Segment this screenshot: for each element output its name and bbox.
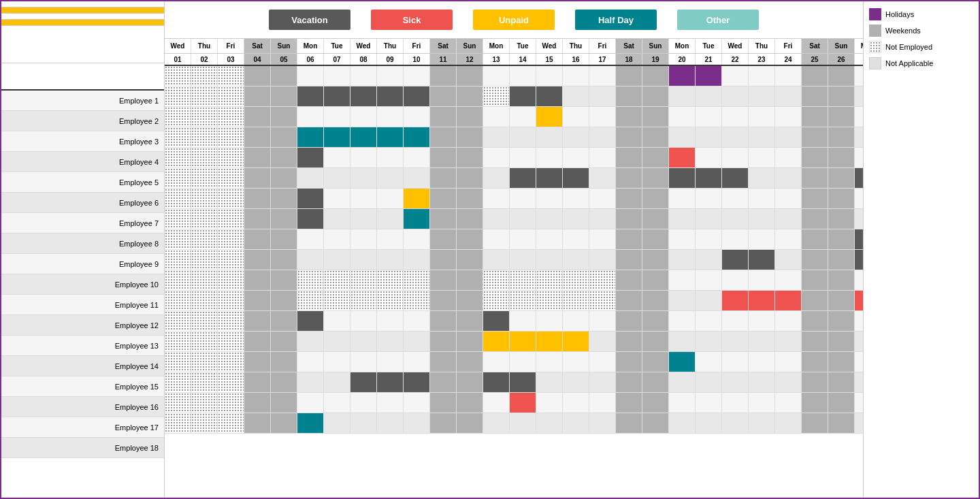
day-number-cell: 17: [589, 54, 616, 65]
calendar-cell: [510, 189, 536, 208]
calendar-cell: [775, 86, 802, 106]
calendar-cell: [404, 393, 430, 413]
calendar-cell: [828, 86, 855, 106]
calendar-cell: [589, 148, 616, 167]
calendar-cell: [589, 229, 616, 249]
calendar-cell: [563, 311, 589, 331]
weekday-header-cell: Fri: [775, 39, 802, 53]
calendar-cell: [749, 413, 775, 433]
calendar-cell: [404, 86, 430, 106]
calendar-cell: [430, 107, 457, 127]
calendar-cell: [165, 291, 191, 310]
weekday-header-cell: Mon: [483, 39, 510, 53]
calendar-cell: [696, 86, 722, 106]
calendar-cell: [855, 209, 863, 229]
calendar-cell: [377, 270, 404, 290]
calendar-cell: [642, 332, 669, 351]
calendar-cell: [749, 332, 775, 351]
employee-label: Employee 8: [1, 234, 164, 254]
calendar-cell: [616, 332, 642, 351]
calendar-cell: [244, 372, 271, 392]
employee-labels: Employee 1Employee 2Employee 3Employee 4…: [1, 91, 164, 458]
calendar-row: [165, 209, 863, 229]
calendar-cell: [483, 107, 510, 127]
day-number-cell: 24: [775, 54, 802, 65]
calendar-cell: [749, 127, 775, 147]
calendar-cell: [510, 229, 536, 249]
calendar-cell: [297, 229, 324, 249]
calendar-cell: [855, 189, 863, 208]
calendar-cell: [749, 291, 775, 310]
calendar-cell: [536, 66, 563, 86]
calendar-cell: [297, 270, 324, 290]
calendar-row: [165, 332, 863, 352]
calendar-cell: [536, 372, 563, 392]
calendar-cell: [271, 86, 297, 106]
calendar-cell: [855, 372, 863, 392]
calendar-cell: [483, 148, 510, 167]
calendar-cell: [669, 229, 696, 249]
calendar-cell: [642, 107, 669, 127]
calendar-cell: [669, 413, 696, 433]
calendar-row: [165, 107, 863, 127]
calendar-cell: [589, 291, 616, 310]
calendar-cell: [510, 311, 536, 331]
calendar-cell: [510, 86, 536, 106]
calendar-cell: [828, 66, 855, 86]
calendar-cell: [828, 372, 855, 392]
calendar-cell: [377, 413, 404, 433]
calendar-cell: [669, 270, 696, 290]
calendar-cell: [457, 270, 483, 290]
calendar-cell: [616, 393, 642, 413]
calendar-cell: [696, 352, 722, 372]
calendar-cell: [377, 86, 404, 106]
weekday-header-cell: Fri: [218, 39, 244, 53]
calendar-cell: [404, 291, 430, 310]
calendar-cell: [324, 270, 350, 290]
day-number-cell: 11: [430, 54, 457, 65]
calendar-cell: [536, 270, 563, 290]
day-number-cell: 02: [191, 54, 218, 65]
day-number-cell: 04: [244, 54, 271, 65]
calendar-cell: [165, 311, 191, 331]
calendar-cell: [218, 148, 244, 167]
employee-label: Employee 5: [1, 172, 164, 193]
legend-color-box: [869, 25, 881, 37]
calendar-cell: [457, 229, 483, 249]
calendar-cell: [802, 148, 828, 167]
employee-label: Employee 10: [1, 274, 164, 295]
calendar-cell: [722, 352, 749, 372]
calendar-row: [165, 66, 863, 86]
calendar-cell: [350, 291, 377, 310]
employee-label: Employee 9: [1, 254, 164, 274]
calendar-row: [165, 86, 863, 107]
calendar-cell: [244, 229, 271, 249]
calendar-cell: [722, 127, 749, 147]
weekday-header-cell: Mon: [297, 39, 324, 53]
calendar-cell: [828, 413, 855, 433]
day-number-cell: 01: [165, 54, 191, 65]
calendar-cell: [324, 189, 350, 208]
calendar-cell: [855, 148, 863, 167]
calendar-cell: [297, 250, 324, 270]
calendar-cell: [696, 291, 722, 310]
calendar-cell: [563, 107, 589, 127]
weekday-header-cell: Fri: [404, 39, 430, 53]
legend-item: Sick: [371, 10, 453, 30]
calendar-cell: [775, 168, 802, 188]
calendar-cell: [722, 66, 749, 86]
calendar-cell: [828, 250, 855, 270]
calendar-cell: [191, 413, 218, 433]
calendar-cell: [191, 291, 218, 310]
calendar-cell: [271, 148, 297, 167]
calendar-cell: [855, 86, 863, 106]
calendar-cell: [457, 86, 483, 106]
calendar-cell: [775, 311, 802, 331]
weekday-header-cell: Sat: [616, 39, 642, 53]
calendar-cell: [430, 66, 457, 86]
month-label: [1, 14, 164, 20]
calendar-cell: [297, 148, 324, 167]
calendar-cell: [350, 332, 377, 351]
calendar-cell: [828, 311, 855, 331]
calendar-cell: [855, 393, 863, 413]
